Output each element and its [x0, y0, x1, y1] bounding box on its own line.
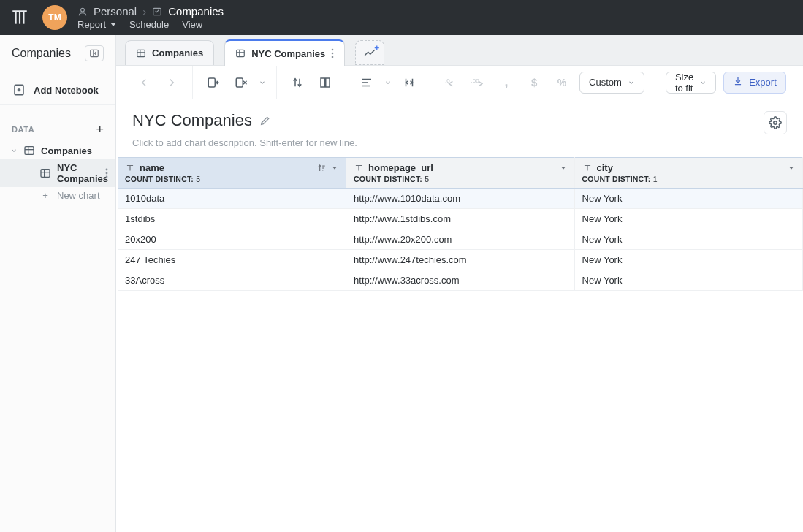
redo-button[interactable] [161, 72, 182, 93]
menu-view[interactable]: View [182, 19, 202, 30]
table-row[interactable]: 247 Techies http://www.247techies.com Ne… [118, 250, 802, 270]
svg-marker-51 [790, 167, 794, 169]
column-stat-label: COUNT DISTINCT: [354, 175, 422, 183]
group-button[interactable] [315, 72, 335, 93]
column-header-city[interactable]: city COUNT DISTINCT: 1 [574, 158, 803, 189]
logo-icon[interactable] [7, 5, 32, 30]
sort-asc-icon[interactable] [316, 163, 327, 173]
svg-text:.00: .00 [471, 77, 480, 84]
page-description[interactable]: Click to add chart description. Shift-en… [116, 137, 803, 157]
tab-add[interactable]: + [355, 40, 384, 65]
align-button[interactable] [357, 72, 377, 93]
table-row[interactable]: 1010data http://www.1010data.com New Yor… [118, 189, 802, 209]
caret-down-icon[interactable] [384, 79, 392, 86]
svg-rect-35 [321, 78, 324, 87]
cell-city[interactable]: New York [574, 250, 803, 270]
caret-down-icon[interactable] [560, 164, 567, 172]
cell-homepage[interactable]: http://www.247techies.com [346, 250, 574, 270]
tree-item-companies[interactable]: Companies [0, 142, 115, 159]
table-row[interactable]: 1stdibs http://www.1stdibs.com New York [118, 209, 802, 229]
size-dropdown[interactable]: Size to fit [666, 72, 716, 94]
column-stat-label: COUNT DISTINCT: [582, 175, 651, 183]
cell-name[interactable]: 247 Techies [118, 250, 346, 270]
remove-column-button[interactable] [231, 72, 251, 93]
wrap-button[interactable] [399, 72, 419, 93]
svg-point-28 [332, 56, 334, 58]
cell-city[interactable]: New York [574, 229, 803, 250]
column-stat-value: 5 [425, 175, 429, 183]
column-stat-value: 1 [653, 175, 658, 183]
avatar[interactable]: TM [42, 5, 67, 30]
avatar-initials: TM [48, 12, 61, 23]
svg-rect-14 [41, 170, 50, 178]
page-title[interactable]: NYC Companies [132, 111, 252, 130]
cell-name[interactable]: 1010data [118, 189, 346, 209]
kebab-icon[interactable] [331, 48, 334, 58]
table-icon [235, 48, 246, 58]
number-format-label: Custom [589, 77, 622, 88]
cell-homepage[interactable]: http://www.20x200.com [346, 229, 574, 250]
breadcrumb-current[interactable]: Companies [168, 5, 224, 18]
column-stat-label: COUNT DISTINCT: [125, 175, 194, 183]
cell-homepage[interactable]: http://www.1stdibs.com [346, 209, 574, 229]
settings-button[interactable] [764, 111, 787, 134]
menu-report[interactable]: Report [77, 19, 116, 30]
cell-city[interactable]: New York [574, 270, 803, 291]
cell-name[interactable]: 33Across [118, 270, 346, 291]
increase-decimal-button[interactable]: .00 [468, 72, 489, 93]
comma-format-button[interactable]: , [496, 72, 517, 93]
percent-format-button[interactable]: % [552, 72, 572, 93]
svg-point-27 [332, 53, 334, 55]
number-format-dropdown[interactable]: Custom [579, 72, 644, 94]
tab-companies-label: Companies [152, 48, 203, 58]
table-row[interactable]: 33Across http://www.33across.com New Yor… [118, 270, 802, 291]
edit-icon[interactable] [259, 115, 271, 126]
plus-icon: + [39, 190, 51, 201]
download-icon [733, 76, 743, 88]
cell-name[interactable]: 1stdibs [118, 209, 346, 229]
content: Companies NYC Companies [116, 35, 803, 532]
menu-schedule[interactable]: Schedule [129, 19, 169, 30]
data-table: name [118, 157, 803, 291]
cell-city[interactable]: New York [574, 209, 803, 229]
caret-down-icon[interactable] [331, 164, 338, 172]
tree-label-newchart: New chart [57, 190, 100, 201]
undo-button[interactable] [134, 72, 154, 93]
svg-point-18 [106, 172, 108, 175]
currency-format-button[interactable]: $ [524, 72, 544, 93]
cell-name[interactable]: 20x200 [118, 229, 346, 250]
tab-nyc-companies[interactable]: NYC Companies [224, 39, 345, 66]
breadcrumb-personal[interactable]: Personal [94, 5, 137, 18]
svg-rect-32 [236, 78, 243, 87]
tab-companies[interactable]: Companies [125, 40, 214, 65]
svg-rect-23 [237, 50, 245, 56]
column-name-label: name [140, 162, 164, 173]
add-notebook-button[interactable]: Add Notebook [0, 75, 115, 105]
sidebar: Companies Add Notebook DATA + [0, 35, 116, 532]
cell-city[interactable]: New York [574, 189, 803, 209]
cell-homepage[interactable]: http://www.33across.com [346, 270, 574, 291]
tree-item-new-chart[interactable]: + New chart [0, 187, 115, 204]
svg-rect-20 [137, 50, 145, 56]
caret-down-icon[interactable] [259, 79, 266, 86]
sidebar-title: Companies [12, 47, 71, 60]
caret-down-icon[interactable] [788, 164, 795, 172]
column-stat-value: 5 [196, 175, 200, 183]
column-header-homepage[interactable]: homepage_url COUNT DISTINCT: 5 [346, 158, 574, 189]
svg-point-19 [106, 176, 108, 178]
tree-item-nyc-companies[interactable]: NYC Companies [0, 159, 115, 187]
add-notebook-label: Add Notebook [34, 85, 99, 96]
add-data-button[interactable]: + [96, 123, 104, 136]
decrease-decimal-button[interactable]: .0 [441, 72, 461, 93]
table-row[interactable]: 20x200 http://www.20x200.com New York [118, 229, 802, 250]
column-header-name[interactable]: name [118, 158, 346, 189]
tabstrip: Companies NYC Companies [116, 35, 803, 66]
cell-homepage[interactable]: http://www.1010data.com [346, 189, 574, 209]
insert-column-button[interactable] [203, 72, 224, 93]
menu-report-label: Report [77, 19, 106, 30]
collapse-sidebar-button[interactable] [85, 45, 104, 61]
export-button[interactable]: Export [723, 72, 786, 94]
kebab-icon[interactable] [105, 168, 108, 178]
data-tree: Companies NYC Companies + New chart [0, 139, 115, 204]
sort-button[interactable] [287, 72, 308, 93]
